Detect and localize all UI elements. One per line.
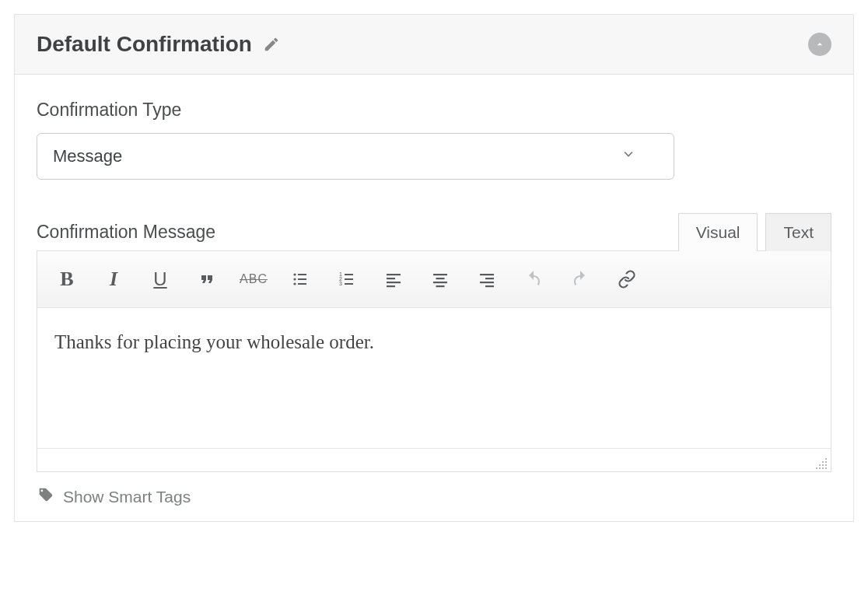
collapse-icon[interactable] <box>808 33 831 56</box>
panel-title-wrap: Default Confirmation <box>37 32 280 57</box>
svg-rect-17 <box>436 278 445 279</box>
underline-button[interactable]: U <box>138 259 182 299</box>
redo-button[interactable] <box>558 259 602 299</box>
resize-grip-icon[interactable] <box>815 457 828 470</box>
svg-point-1 <box>293 278 296 280</box>
editor-footer <box>37 448 831 471</box>
svg-rect-14 <box>387 282 401 283</box>
ordered-list-button[interactable]: 123 <box>325 259 369 299</box>
svg-point-25 <box>825 461 827 463</box>
svg-point-33 <box>816 467 817 469</box>
show-smart-tags-button[interactable]: Show Smart Tags <box>37 486 831 507</box>
undo-button[interactable] <box>512 259 555 299</box>
svg-point-30 <box>825 467 827 469</box>
edit-title-icon[interactable] <box>263 36 280 53</box>
italic-button[interactable]: I <box>92 259 135 299</box>
svg-point-26 <box>822 461 824 463</box>
show-smart-tags-label: Show Smart Tags <box>63 488 191 506</box>
svg-rect-21 <box>485 278 494 279</box>
message-editor-content[interactable]: Thanks for placing your wholesale order. <box>37 308 831 448</box>
svg-rect-16 <box>433 274 447 275</box>
panel-body: Confirmation Type Message Confirmation M… <box>15 75 853 521</box>
message-editor: B I U ABC 123 <box>37 250 831 472</box>
link-button[interactable] <box>605 259 649 299</box>
bullet-list-button[interactable] <box>278 259 322 299</box>
svg-rect-9 <box>345 274 353 275</box>
svg-point-2 <box>293 282 296 285</box>
svg-point-0 <box>293 273 296 275</box>
align-right-button[interactable] <box>465 259 509 299</box>
align-left-button[interactable] <box>372 259 415 299</box>
svg-rect-20 <box>480 274 494 275</box>
svg-rect-11 <box>345 283 353 285</box>
svg-point-29 <box>819 464 821 466</box>
strikethrough-button[interactable]: ABC <box>232 259 275 299</box>
confirmation-type-value: Message <box>53 146 122 166</box>
panel-header[interactable]: Default Confirmation <box>15 15 853 75</box>
editor-toolbar: B I U ABC 123 <box>37 251 831 308</box>
svg-rect-12 <box>387 274 401 275</box>
svg-rect-3 <box>298 274 306 275</box>
svg-point-32 <box>819 467 821 469</box>
svg-rect-4 <box>298 278 306 280</box>
svg-rect-15 <box>387 285 395 287</box>
tag-icon <box>37 486 54 507</box>
svg-rect-22 <box>480 282 494 283</box>
bold-button[interactable]: B <box>45 259 89 299</box>
align-center-button[interactable] <box>418 259 462 299</box>
panel-title: Default Confirmation <box>37 32 252 57</box>
svg-point-27 <box>825 464 827 466</box>
svg-rect-23 <box>485 285 494 287</box>
svg-point-24 <box>825 458 827 460</box>
tab-text[interactable]: Text <box>765 213 831 251</box>
tab-visual[interactable]: Visual <box>678 213 758 251</box>
svg-text:3: 3 <box>339 281 342 286</box>
chevron-down-icon <box>621 146 636 166</box>
confirmation-type-select[interactable]: Message <box>37 133 674 180</box>
confirmation-panel: Default Confirmation Confirmation Type M… <box>14 14 854 522</box>
blockquote-button[interactable] <box>185 259 229 299</box>
svg-rect-13 <box>387 278 395 279</box>
confirmation-type-label: Confirmation Type <box>37 100 831 121</box>
confirmation-message-label: Confirmation Message <box>37 222 215 243</box>
confirmation-type-field: Message <box>37 133 674 180</box>
svg-rect-18 <box>433 282 447 283</box>
svg-rect-19 <box>436 285 445 287</box>
editor-tabs: Visual Text <box>678 212 831 250</box>
svg-rect-10 <box>345 278 353 280</box>
svg-point-31 <box>822 467 824 469</box>
svg-rect-5 <box>298 283 306 285</box>
svg-point-28 <box>822 464 824 466</box>
